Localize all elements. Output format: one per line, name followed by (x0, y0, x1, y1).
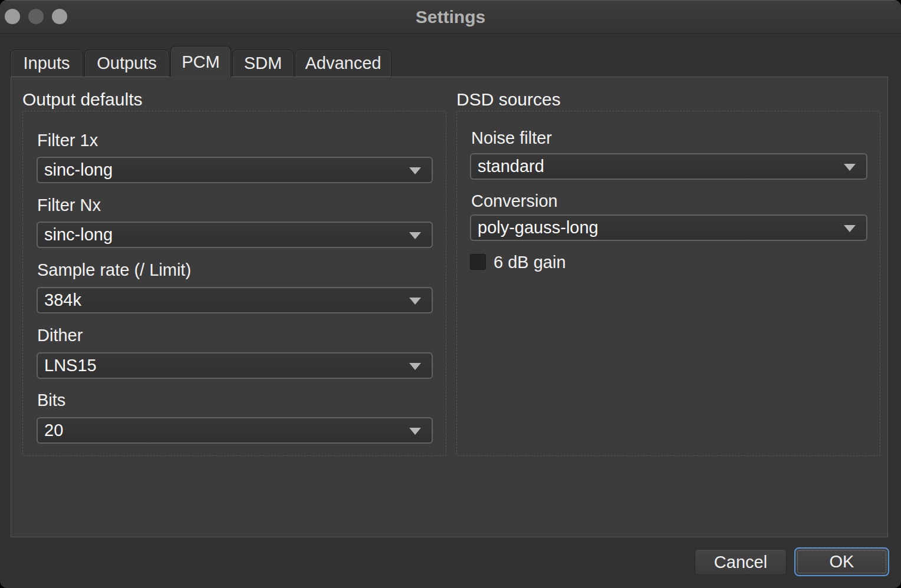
filter-nx-value: sinc-long (44, 225, 113, 244)
conversion-value: poly-gauss-long (478, 218, 599, 237)
filter-nx-dropdown[interactable]: sinc-long (37, 222, 433, 248)
conversion-label: Conversion (471, 191, 558, 211)
dropdown-arrow-icon (409, 428, 421, 435)
bits-label: Bits (37, 390, 65, 410)
dropdown-arrow-icon (844, 164, 856, 171)
filter-1x-label: Filter 1x (37, 130, 98, 150)
settings-window: Settings Inputs Outputs PCM SDM Advanced… (0, 0, 901, 588)
gain-checkbox[interactable] (470, 254, 486, 270)
conversion-dropdown[interactable]: poly-gauss-long (470, 214, 867, 241)
bits-dropdown[interactable]: 20 (37, 417, 433, 444)
noise-filter-dropdown[interactable]: standard (470, 153, 867, 180)
sample-rate-label: Sample rate (/ Limit) (37, 260, 191, 280)
dither-dropdown[interactable]: LNS15 (37, 352, 433, 379)
gain-checkbox-label: 6 dB gain (494, 252, 566, 272)
pcm-tab-panel: Output defaults Filter 1x sinc-long Filt… (11, 77, 888, 537)
tab-pcm[interactable]: PCM (170, 46, 231, 77)
dither-label: Dither (37, 325, 83, 345)
filter-1x-value: sinc-long (44, 160, 113, 179)
tab-inputs[interactable]: Inputs (10, 49, 83, 77)
dropdown-arrow-icon (409, 298, 421, 305)
dropdown-arrow-icon (409, 167, 421, 174)
dropdown-arrow-icon (409, 232, 421, 239)
bits-value: 20 (44, 421, 63, 440)
sample-rate-value: 384k (44, 290, 81, 309)
dither-value: LNS15 (44, 356, 97, 375)
titlebar: Settings (0, 0, 901, 34)
tab-sdm[interactable]: SDM (232, 49, 294, 77)
filter-nx-label: Filter Nx (37, 195, 101, 215)
sample-rate-dropdown[interactable]: 384k (37, 287, 433, 313)
noise-filter-value: standard (478, 157, 544, 176)
window-title: Settings (0, 0, 901, 34)
output-defaults-group: Filter 1x sinc-long Filter Nx sinc-long … (22, 111, 446, 456)
tab-outputs[interactable]: Outputs (84, 49, 169, 77)
dropdown-arrow-icon (844, 225, 856, 232)
output-defaults-group-title: Output defaults (22, 90, 142, 110)
ok-button[interactable]: OK (794, 547, 889, 576)
tab-advanced[interactable]: Advanced (295, 49, 392, 77)
dsd-sources-group: Noise filter standard Conversion poly-ga… (456, 111, 880, 456)
dropdown-arrow-icon (409, 363, 421, 370)
cancel-button[interactable]: Cancel (695, 549, 787, 575)
noise-filter-label: Noise filter (471, 128, 552, 148)
dsd-sources-group-title: DSD sources (456, 90, 561, 110)
filter-1x-dropdown[interactable]: sinc-long (37, 157, 433, 183)
